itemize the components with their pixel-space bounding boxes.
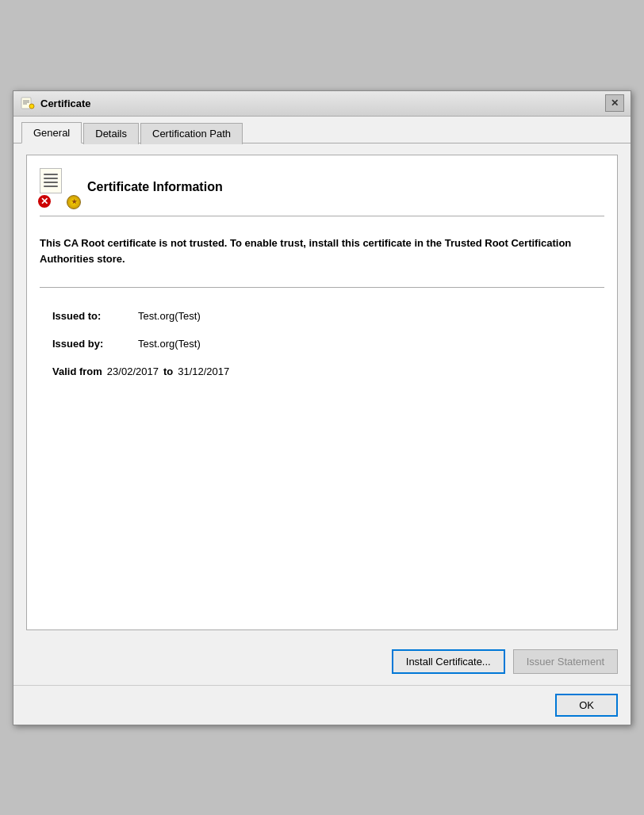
gold-seal-icon: ★ (67, 195, 81, 209)
cert-icon-compound: ✕ ★ (40, 168, 78, 206)
valid-from-value: 23/02/2017 (107, 365, 159, 377)
issued-by-row: Issued by: Test.org(Test) (52, 338, 592, 350)
error-icon: ✕ (36, 193, 52, 209)
tab-certification-path[interactable]: Certification Path (140, 123, 243, 144)
install-certificate-button[interactable]: Install Certificate... (392, 649, 505, 674)
footer-bar: OK (13, 685, 631, 725)
issued-to-row: Issued to: Test.org(Test) (52, 310, 592, 322)
tab-details[interactable]: Details (83, 123, 139, 144)
certificate-window: Certificate ✕ General Details Certificat… (13, 90, 631, 725)
scroll-line-1 (44, 174, 58, 175)
content-area: ✕ ★ Certificate Information This CA Root… (13, 143, 631, 641)
scroll-line-4 (44, 186, 58, 187)
tab-general[interactable]: General (21, 122, 82, 143)
issued-to-value: Test.org(Test) (138, 310, 201, 322)
scroll-line-3 (44, 182, 58, 183)
divider (40, 287, 604, 288)
button-bar: Install Certificate... Issuer Statement (13, 641, 631, 685)
issuer-statement-button: Issuer Statement (513, 649, 618, 674)
svg-point-4 (29, 104, 34, 109)
scroll-line-2 (44, 178, 58, 179)
valid-to-value: 31/12/2017 (178, 365, 229, 377)
cert-scroll-icon (40, 168, 62, 193)
close-button[interactable]: ✕ (605, 94, 624, 112)
valid-from-row: Valid from 23/02/2017 to 31/12/2017 (52, 365, 592, 377)
title-bar-left: Certificate (20, 95, 91, 111)
cert-panel: ✕ ★ Certificate Information This CA Root… (26, 155, 618, 630)
window-icon (20, 95, 36, 111)
cert-details: Issued to: Test.org(Test) Issued by: Tes… (40, 304, 604, 400)
title-bar: Certificate ✕ (13, 91, 631, 117)
warning-text: This CA Root certificate is not trusted.… (40, 229, 604, 281)
cert-info-title: Certificate Information (87, 180, 223, 194)
issued-to-label: Issued to: (52, 310, 132, 322)
cert-header: ✕ ★ Certificate Information (40, 168, 604, 216)
tab-bar: General Details Certification Path (13, 117, 631, 143)
window-title: Certificate (40, 98, 91, 109)
issued-by-value: Test.org(Test) (138, 338, 201, 350)
valid-to-label: to (163, 365, 173, 377)
ok-button[interactable]: OK (555, 694, 618, 717)
issued-by-label: Issued by: (52, 338, 132, 350)
valid-from-label: Valid from (52, 365, 102, 377)
